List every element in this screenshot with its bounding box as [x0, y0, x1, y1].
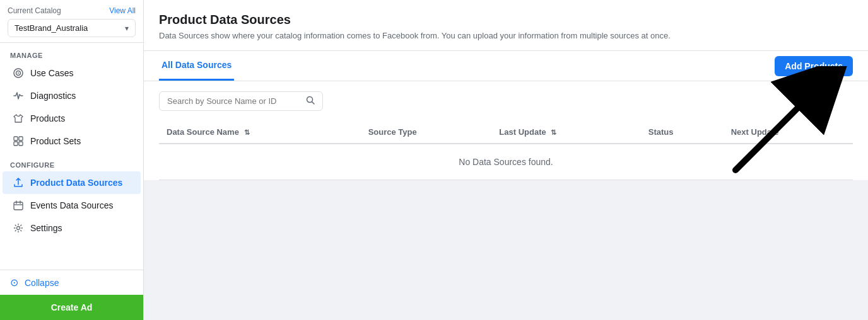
sidebar-item-label-diagnostics: Diagnostics — [30, 91, 76, 101]
sidebar-item-product-sets[interactable]: Product Sets — [3, 130, 141, 152]
svg-rect-5 — [14, 142, 18, 146]
pulse-icon — [13, 90, 24, 101]
tabs-list: All Data Sources — [159, 51, 247, 81]
sidebar-item-label-products: Products — [30, 113, 65, 123]
data-table: Data Source Name ⇅ Source Type Last Upda… — [159, 121, 853, 180]
sidebar-item-label-use-cases: Use Cases — [30, 68, 73, 78]
sidebar-item-use-cases[interactable]: Use Cases — [3, 62, 141, 84]
main-content: Product Data Sources Data Sources show w… — [144, 0, 868, 180]
catalog-selector[interactable]: TestBrand_Australia ▾ — [8, 19, 136, 37]
collapse-label: Collapse — [25, 278, 59, 288]
svg-rect-6 — [19, 142, 23, 146]
table-body: No Data Sources found. — [159, 144, 853, 180]
search-input[interactable] — [167, 96, 306, 106]
sort-icon-last-update: ⇅ — [551, 129, 556, 136]
column-header-status: Status — [641, 121, 724, 144]
tab-all-data-sources[interactable]: All Data Sources — [159, 51, 234, 81]
column-header-name[interactable]: Data Source Name ⇅ — [159, 121, 361, 144]
column-header-source-type: Source Type — [361, 121, 492, 144]
circle-chevron-left-icon: ⊙ — [10, 277, 18, 289]
sidebar-item-diagnostics[interactable]: Diagnostics — [3, 84, 141, 107]
chevron-down-icon: ▾ — [125, 24, 129, 33]
configure-section-label: Configure — [0, 152, 143, 171]
sidebar: Current Catalog View All TestBrand_Austr… — [0, 0, 144, 320]
table-header: Data Source Name ⇅ Source Type Last Upda… — [159, 121, 853, 144]
grid-icon — [13, 135, 24, 147]
add-products-button[interactable]: Add Products — [775, 56, 853, 76]
search-icon — [306, 96, 315, 106]
main-content-area: Product Data Sources Data Sources show w… — [144, 0, 868, 180]
page-header: Product Data Sources Data Sources show w… — [144, 0, 868, 51]
sidebar-item-settings[interactable]: Settings — [3, 217, 141, 239]
sidebar-item-label-product-data-sources: Product Data Sources — [30, 178, 122, 188]
column-header-last-update[interactable]: Last Update ⇅ — [491, 121, 640, 144]
gear-icon — [13, 222, 24, 234]
view-all-link[interactable]: View All — [109, 6, 136, 15]
manage-section-label: Manage — [0, 43, 143, 62]
collapse-button[interactable]: ⊙ Collapse — [0, 270, 143, 295]
shirt-icon — [13, 113, 24, 124]
current-catalog-label: Current Catalog — [8, 6, 61, 15]
svg-point-2 — [18, 72, 19, 74]
svg-line-13 — [312, 102, 315, 105]
svg-rect-3 — [14, 137, 18, 140]
sidebar-header-row: Current Catalog View All — [8, 6, 136, 15]
svg-rect-7 — [14, 202, 23, 210]
table-container: Data Source Name ⇅ Source Type Last Upda… — [144, 121, 868, 180]
sidebar-item-label-product-sets: Product Sets — [30, 136, 81, 146]
upload-icon — [13, 177, 24, 188]
sidebar-item-product-data-sources[interactable]: Product Data Sources — [3, 171, 141, 194]
column-header-next-update: Next Update — [724, 121, 853, 144]
sidebar-item-products[interactable]: Products — [3, 107, 141, 130]
sidebar-item-label-settings: Settings — [30, 223, 62, 233]
create-ad-button[interactable]: Create Ad — [0, 295, 143, 320]
search-area — [144, 81, 868, 121]
page-subtitle: Data Sources show where your catalog inf… — [159, 31, 853, 40]
tabs-bar: All Data Sources Add Products — [144, 51, 868, 81]
page-title: Product Data Sources — [159, 13, 853, 27]
sidebar-item-label-events-data-sources: Events Data Sources — [30, 200, 114, 210]
sort-icon-name: ⇅ — [244, 129, 250, 136]
svg-rect-4 — [19, 137, 23, 140]
table-empty-row: No Data Sources found. — [159, 144, 853, 180]
svg-point-11 — [17, 227, 20, 230]
sidebar-header: Current Catalog View All TestBrand_Austr… — [0, 0, 143, 43]
search-input-wrapper — [159, 91, 323, 111]
empty-message: No Data Sources found. — [159, 144, 853, 180]
target-icon — [13, 67, 24, 79]
calendar-icon — [13, 200, 24, 211]
sidebar-item-events-data-sources[interactable]: Events Data Sources — [3, 194, 141, 217]
main-wrapper: Product Data Sources Data Sources show w… — [144, 0, 868, 320]
catalog-name: TestBrand_Australia — [15, 23, 88, 33]
